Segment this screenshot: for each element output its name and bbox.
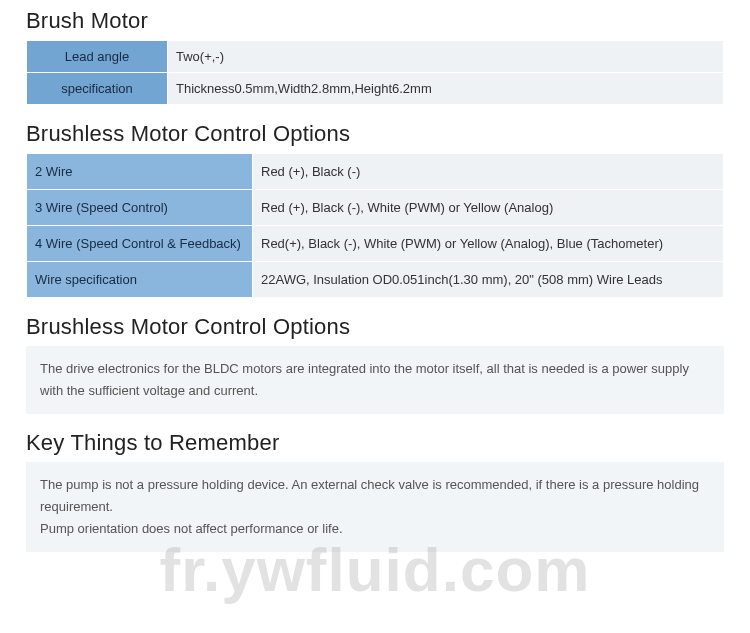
heading-brushless-options: Brushless Motor Control Options [26,121,724,147]
cell-value: Red (+), Black (-), White (PWM) or Yello… [253,190,723,225]
cell-label: Wire specification [27,262,252,297]
table-row: 3 Wire (Speed Control) Red (+), Black (-… [27,190,723,225]
cell-value: Red(+), Black (-), White (PWM) or Yellow… [253,226,723,261]
table-brush-motor: Lead angle Two(+,-) specification Thickn… [26,40,724,105]
heading-key-things: Key Things to Remember [26,430,724,456]
table-row: specification Thickness0.5mm,Width2.8mm,… [27,73,723,104]
cell-value: Red (+), Black (-) [253,154,723,189]
table-row: 4 Wire (Speed Control & Feedback) Red(+)… [27,226,723,261]
heading-brushless-note: Brushless Motor Control Options [26,314,724,340]
cell-label: Lead angle [27,41,167,72]
cell-label: 4 Wire (Speed Control & Feedback) [27,226,252,261]
note-brushless: The drive electronics for the BLDC motor… [26,346,724,414]
cell-label: 2 Wire [27,154,252,189]
table-row: Wire specification 22AWG, Insulation OD0… [27,262,723,297]
table-row: Lead angle Two(+,-) [27,41,723,72]
cell-value: Thickness0.5mm,Width2.8mm,Height6.2mm [168,73,723,104]
heading-brush-motor: Brush Motor [26,8,724,34]
table-brushless-options: 2 Wire Red (+), Black (-) 3 Wire (Speed … [26,153,724,298]
cell-label: 3 Wire (Speed Control) [27,190,252,225]
cell-value: 22AWG, Insulation OD0.051inch(1.30 mm), … [253,262,723,297]
note-key-things: The pump is not a pressure holding devic… [26,462,724,552]
table-row: 2 Wire Red (+), Black (-) [27,154,723,189]
cell-label: specification [27,73,167,104]
cell-value: Two(+,-) [168,41,723,72]
